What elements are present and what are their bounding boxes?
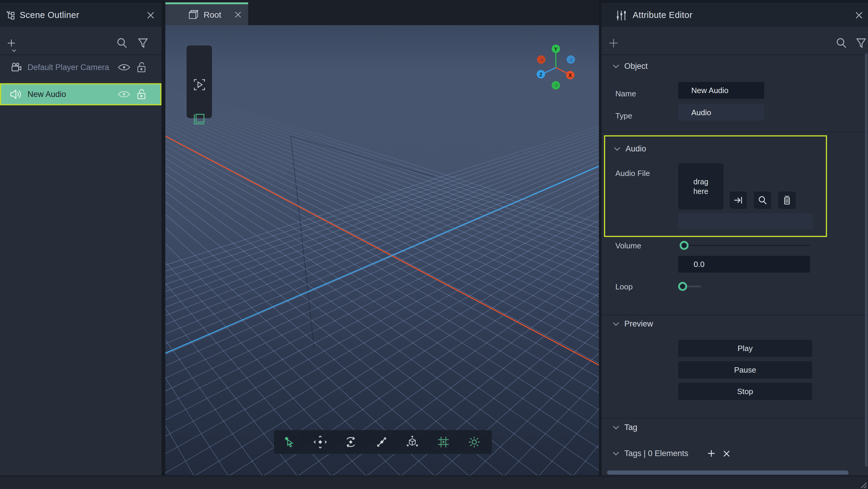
chevron-down-icon[interactable] xyxy=(612,425,619,429)
volume-slider-knob[interactable] xyxy=(680,241,689,250)
distance-fog xyxy=(165,25,599,193)
scene-outliner-header: Scene Outliner xyxy=(0,3,161,27)
delete-file-button[interactable] xyxy=(778,192,796,209)
filter-icon[interactable] xyxy=(855,36,868,50)
type-field: Audio xyxy=(678,104,764,121)
audio-section-header[interactable]: Audio xyxy=(625,144,646,153)
visibility-eye-icon[interactable] xyxy=(117,62,131,73)
gizmo-axis-neg-x[interactable]: -X xyxy=(537,55,546,64)
add-attribute-button[interactable] xyxy=(607,36,621,50)
preview-section-header[interactable]: Preview xyxy=(624,319,653,328)
move-tool-button[interactable] xyxy=(309,431,331,453)
svg-text:-Y: -Y xyxy=(554,83,558,88)
visibility-eye-icon[interactable] xyxy=(117,89,131,99)
browse-file-button[interactable] xyxy=(754,192,771,209)
scale-tool-button[interactable] xyxy=(371,431,393,453)
object-section-header[interactable]: Object xyxy=(624,62,648,71)
frame-bounds-button[interactable] xyxy=(192,112,206,126)
camera-icon xyxy=(9,61,23,74)
axis-z-line xyxy=(165,166,599,353)
pause-button[interactable]: Pause xyxy=(678,361,812,379)
vertical-scrollbar[interactable] xyxy=(865,53,867,467)
speaker-icon xyxy=(9,88,23,100)
volume-slider-track[interactable] xyxy=(688,245,810,246)
name-field[interactable]: New Audio xyxy=(678,82,764,99)
gizmo-axis-z[interactable]: Z xyxy=(537,70,545,78)
resize-grip-icon[interactable] xyxy=(854,477,867,489)
search-icon[interactable] xyxy=(116,36,129,50)
status-bar xyxy=(0,476,868,489)
loop-toggle-knob[interactable] xyxy=(678,282,687,291)
outliner-item-label: Default Player Camera xyxy=(28,63,109,72)
viewport-3d-scene[interactable]: Y -X -Z Z X xyxy=(165,25,599,476)
light-sun-button[interactable] xyxy=(463,431,485,453)
unlock-icon[interactable] xyxy=(135,87,147,100)
chevron-down-icon[interactable] xyxy=(612,322,619,326)
close-icon[interactable] xyxy=(146,10,155,20)
stop-button[interactable]: Stop xyxy=(678,383,812,400)
gizmo-axis-x[interactable]: X xyxy=(566,71,575,79)
svg-text:Y: Y xyxy=(554,47,558,52)
search-icon[interactable] xyxy=(835,36,848,50)
audio-file-path-field[interactable] xyxy=(678,213,813,230)
play-button[interactable]: Play xyxy=(678,340,812,357)
viewport-side-toolbar xyxy=(187,46,212,118)
chevron-down-icon[interactable] xyxy=(614,147,620,151)
tab-close-icon[interactable] xyxy=(234,10,243,19)
name-label: Name xyxy=(615,89,636,98)
scene-outliner-panel: Scene Outliner Defa xyxy=(0,3,161,476)
audio-file-dropzone[interactable]: drag here xyxy=(678,164,723,209)
unlock-icon[interactable] xyxy=(135,60,147,74)
panel-title: Attribute Editor xyxy=(633,10,692,20)
gizmo-axis-neg-z[interactable]: -Z xyxy=(567,55,575,64)
snap-grid-button[interactable] xyxy=(433,431,454,453)
sliders-icon xyxy=(615,9,627,22)
close-icon[interactable] xyxy=(854,10,864,20)
attribute-editor-header: Attribute Editor xyxy=(601,3,868,27)
filter-icon[interactable] xyxy=(136,36,150,50)
play-scene-button[interactable] xyxy=(192,78,206,92)
tab-label: Root xyxy=(204,10,221,20)
gizmo-axis-y[interactable]: Y xyxy=(552,45,560,53)
volume-value-field[interactable]: 0.0 xyxy=(678,256,810,272)
tab-root[interactable]: Root xyxy=(165,2,248,25)
svg-text:-Z: -Z xyxy=(569,57,573,62)
scene-icon xyxy=(187,8,199,21)
clear-tags-button[interactable] xyxy=(722,450,731,458)
svg-text:-X: -X xyxy=(539,57,544,62)
loop-label: Loop xyxy=(615,282,633,291)
add-tag-button[interactable] xyxy=(706,448,717,459)
type-label: Type xyxy=(615,111,632,121)
viewport-toolbar xyxy=(274,430,492,454)
attribute-editor-panel: Attribute Editor Object Name New Audio T… xyxy=(601,3,868,476)
audio-file-label: Audio File xyxy=(615,169,650,178)
dropzone-text: drag here xyxy=(686,177,715,196)
panel-title: Scene Outliner xyxy=(20,10,79,20)
outliner-item-new-audio[interactable]: New Audio xyxy=(0,83,161,105)
loop-toggle-track[interactable] xyxy=(687,286,701,287)
horizontal-scrollbar[interactable] xyxy=(607,470,848,474)
assign-file-button[interactable] xyxy=(730,192,747,209)
outliner-item-label: New Audio xyxy=(28,90,66,99)
select-tool-button[interactable] xyxy=(279,431,300,453)
hierarchy-icon xyxy=(6,10,16,20)
outliner-item-default-player-camera[interactable]: Default Player Camera xyxy=(0,56,161,79)
tab-bar: Root xyxy=(165,0,599,25)
svg-text:Z: Z xyxy=(539,72,542,78)
svg-text:X: X xyxy=(568,73,572,78)
chevron-down-icon[interactable] xyxy=(612,451,619,456)
transform-tool-button[interactable] xyxy=(402,431,423,453)
viewport-column: Root xyxy=(165,0,599,476)
tag-section-header[interactable]: Tag xyxy=(624,423,638,432)
tags-elements-header[interactable]: Tags | 0 Elements xyxy=(624,449,688,458)
gizmo-axis-neg-y[interactable]: -Y xyxy=(552,81,560,89)
chevron-down-icon[interactable] xyxy=(612,64,619,68)
volume-label: Volume xyxy=(615,241,641,251)
rotate-tool-button[interactable] xyxy=(340,431,362,453)
add-object-button[interactable] xyxy=(2,35,20,55)
